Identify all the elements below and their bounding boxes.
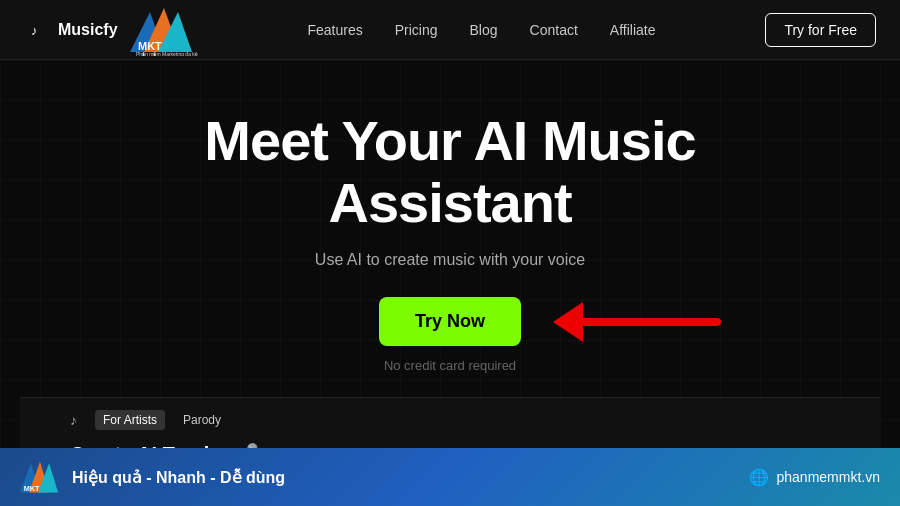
nav-link-contact[interactable]: Contact xyxy=(530,22,578,38)
globe-icon: 🌐 xyxy=(749,468,769,487)
musicfy-icon: ♪ xyxy=(24,16,52,44)
svg-text:Phần mềm Marketing đa kênh: Phần mềm Marketing đa kênh xyxy=(136,51,198,56)
arrow-head xyxy=(553,302,583,342)
footer-tagline: Hiệu quả - Nhanh - Dễ dùng xyxy=(72,468,285,487)
footer-left: MKT Hiệu quả - Nhanh - Dễ dùng xyxy=(20,459,285,495)
mkt-logo: MKT Phần mềm Marketing đa kênh xyxy=(130,4,198,56)
footer-website: phanmemmkt.vn xyxy=(777,469,880,485)
mkt-logo-svg: MKT Phần mềm Marketing đa kênh xyxy=(130,4,198,56)
svg-text:MKT: MKT xyxy=(24,484,40,493)
no-credit-text: No credit card required xyxy=(20,358,880,373)
nav-link-features[interactable]: Features xyxy=(307,22,362,38)
try-for-free-button[interactable]: Try for Free xyxy=(765,13,876,47)
navbar-left: ♪ Musicfy MKT Phần mềm Marketing đa kênh xyxy=(24,4,198,56)
tab-for-artists[interactable]: For Artists xyxy=(95,410,165,430)
logo-container: ♪ Musicfy xyxy=(24,16,118,44)
navbar-nav: Features Pricing Blog Contact Affiliate xyxy=(307,22,655,38)
hero-section: Meet Your AI Music Assistant Use AI to c… xyxy=(0,60,900,502)
try-now-wrapper: Try Now xyxy=(379,297,521,346)
panel-music-icon: ♪ xyxy=(70,412,77,428)
red-arrow xyxy=(553,302,721,342)
nav-link-pricing[interactable]: Pricing xyxy=(395,22,438,38)
footer-bar: MKT Hiệu quả - Nhanh - Dễ dùng 🌐 phanmem… xyxy=(0,448,900,506)
navbar: ♪ Musicfy MKT Phần mềm Marketing đa kênh… xyxy=(0,0,900,60)
nav-link-affiliate[interactable]: Affiliate xyxy=(610,22,656,38)
hero-title: Meet Your AI Music Assistant xyxy=(20,110,880,233)
musicfy-logo-text: Musicfy xyxy=(58,21,118,39)
panel-tabs: ♪ For Artists Parody xyxy=(40,410,860,430)
footer-mkt-logo-svg: MKT xyxy=(20,459,60,495)
svg-text:♪: ♪ xyxy=(31,23,38,38)
try-now-button[interactable]: Try Now xyxy=(379,297,521,346)
nav-link-blog[interactable]: Blog xyxy=(470,22,498,38)
tab-parody[interactable]: Parody xyxy=(175,410,229,430)
hero-subtitle: Use AI to create music with your voice xyxy=(20,251,880,269)
arrow-line xyxy=(581,318,721,326)
footer-right: 🌐 phanmemmkt.vn xyxy=(749,468,880,487)
